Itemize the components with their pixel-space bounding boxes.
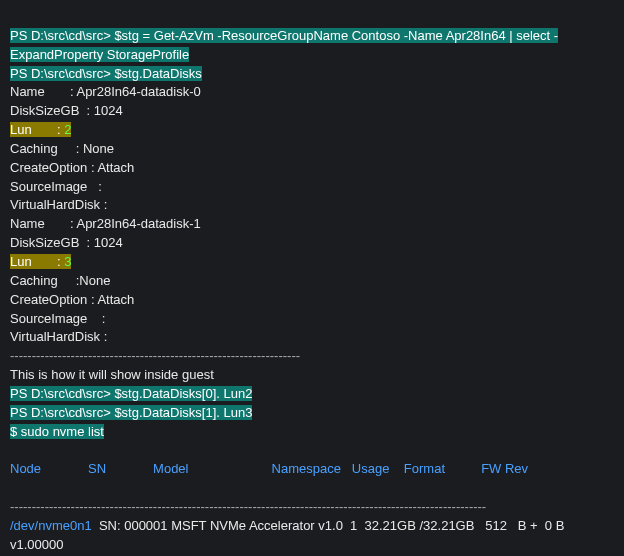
terminal-output: PS D:\src\cd\src> $stg = Get-AzVm -Resou… xyxy=(0,0,624,556)
disk1-sourceimage: SourceImage : xyxy=(10,311,105,326)
nvme-row-0: /dev/nvme0n1 SN: 000001 MSFT NVMe Accele… xyxy=(10,518,564,533)
divider-1: ----------------------------------------… xyxy=(10,348,300,363)
disk1-vhd: VirtualHardDisk : xyxy=(10,329,107,344)
guest-comment: This is how it will show inside guest xyxy=(10,367,214,382)
ps-command-line-4: PS D:\src\cd\src> $stg.DataDisks[1]. Lun… xyxy=(10,405,252,420)
disk0-createoption: CreateOption : Attach xyxy=(10,160,134,175)
ps-command-line-1: PS D:\src\cd\src> $stg = Get-AzVm -Resou… xyxy=(10,28,558,43)
disk0-caching: Caching : None xyxy=(10,141,114,156)
disk0-lun-value: 2 xyxy=(61,122,72,137)
nvme-header: Node SN Model Namespace Usage Format FW … xyxy=(10,461,528,476)
nvme-ver-0: v1.00000 xyxy=(10,537,64,552)
disk0-vhd: VirtualHardDisk : xyxy=(10,197,107,212)
disk1-name: Name : Apr28In64-datadisk-1 xyxy=(10,216,201,231)
disk1-lun-label: Lun : xyxy=(10,254,61,269)
divider-2: ----------------------------------------… xyxy=(10,499,486,514)
disk0-lun-label: Lun : xyxy=(10,122,61,137)
ps-command-line-2: PS D:\src\cd\src> $stg.DataDisks xyxy=(10,66,202,81)
disk0-size: DiskSizeGB : 1024 xyxy=(10,103,123,118)
nvme-node-0: /dev/nvme0n1 xyxy=(10,518,92,533)
disk1-createoption: CreateOption : Attach xyxy=(10,292,134,307)
ps-command-line-3: PS D:\src\cd\src> $stg.DataDisks[0]. Lun… xyxy=(10,386,252,401)
ps-command-line-1b: ExpandProperty StorageProfile xyxy=(10,47,189,62)
disk1-caching: Caching :None xyxy=(10,273,110,288)
sudo-command: $ sudo nvme list xyxy=(10,424,104,439)
disk0-sourceimage: SourceImage : xyxy=(10,179,102,194)
disk1-lun-value: 3 xyxy=(61,254,72,269)
disk1-size: DiskSizeGB : 1024 xyxy=(10,235,123,250)
disk0-name: Name : Apr28In64-datadisk-0 xyxy=(10,84,201,99)
